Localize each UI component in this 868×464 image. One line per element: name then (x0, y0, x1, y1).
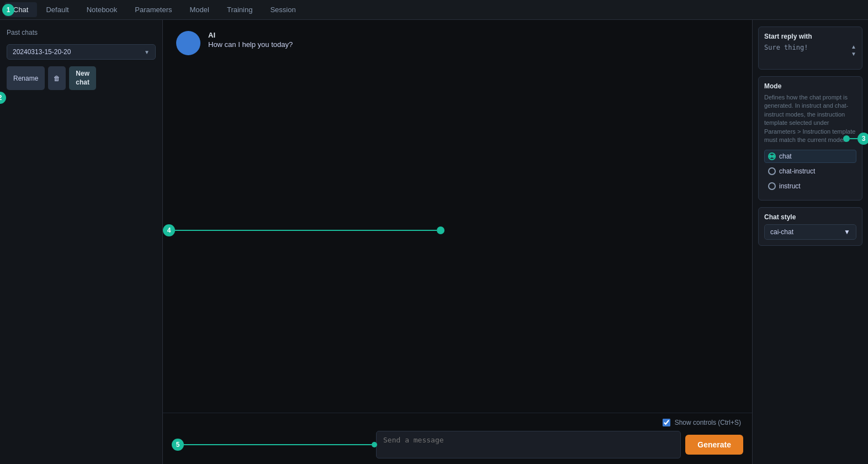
reply-scrollbar: ▲ ▼ (851, 44, 856, 57)
start-reply-input[interactable]: Sure thing! (764, 44, 849, 64)
chat-messages: AI How can I help you today? (163, 20, 752, 413)
reply-input-row: Sure thing! ▲ ▼ (764, 44, 856, 64)
chat-style-selected: cai-chat (770, 228, 793, 236)
step4-dot (437, 226, 444, 234)
tab-notebook[interactable]: Notebook (78, 2, 126, 17)
start-reply-title: Start reply with (764, 33, 856, 40)
chat-area: AI How can I help you today? 4 Show cont… (163, 20, 752, 464)
show-controls-row: Show controls (Ctrl+S) (172, 419, 743, 426)
tab-training[interactable]: Training (218, 2, 261, 17)
radio-chat-dot (768, 152, 776, 160)
past-chats-label: Past chats (7, 29, 156, 36)
bottom-bar: Show controls (Ctrl+S) 5 Generate (163, 413, 752, 464)
radio-chat-instruct-dot (768, 167, 776, 175)
step-badge-5: 5 (172, 439, 184, 451)
past-chats-selected: 20240313-15-20-20 (13, 48, 71, 56)
chat-style-title: Chat style (764, 213, 856, 221)
step4-bar (175, 230, 437, 231)
step5-dot (372, 442, 377, 447)
chevron-down-style-icon: ▼ (844, 228, 850, 236)
chat-style-dropdown[interactable]: cai-chat ▼ (764, 224, 856, 240)
mode-title: Mode (764, 82, 856, 90)
radio-instruct-label: instruct (779, 182, 801, 190)
chevron-down-icon: ▼ (144, 49, 150, 55)
radio-chat-label: chat (779, 152, 792, 160)
tab-session[interactable]: Session (261, 2, 304, 17)
show-controls-label: Show controls (Ctrl+S) (675, 419, 741, 426)
mode-option-chat[interactable]: chat (764, 150, 856, 163)
step-badge-1: 1 (2, 4, 14, 16)
input-row: 5 Generate (172, 431, 743, 458)
past-chats-dropdown[interactable]: 20240313-15-20-20 ▼ (7, 44, 156, 60)
scroll-down-icon[interactable]: ▼ (851, 51, 856, 57)
rename-button[interactable]: Rename (7, 66, 45, 90)
show-controls-checkbox[interactable] (663, 419, 670, 426)
scroll-up-icon[interactable]: ▲ (851, 44, 856, 50)
tab-default[interactable]: Default (37, 2, 77, 17)
step5-indicator: 5 (172, 439, 377, 451)
right-panel: Start reply with Sure thing! ▲ ▼ 3 Mode … (752, 20, 868, 464)
mode-option-chat-instruct[interactable]: chat-instruct (764, 165, 856, 178)
top-nav: 1 Chat Default Notebook Parameters Model… (0, 0, 868, 20)
ai-message: How can I help you today? (208, 40, 293, 49)
chat-style-section: Chat style cai-chat ▼ (758, 207, 862, 246)
step5-bar (184, 444, 372, 445)
mode-option-instruct[interactable]: instruct (764, 180, 856, 193)
radio-chat-instruct-label: chat-instruct (779, 167, 815, 175)
message-content: AI How can I help you today? (208, 31, 293, 49)
step3-dot (843, 135, 850, 142)
ai-avatar (176, 31, 200, 55)
left-panel: 2 Past chats 20240313-15-20-20 ▼ Rename … (0, 20, 163, 464)
radio-instruct-dot (768, 182, 776, 190)
tab-parameters[interactable]: Parameters (126, 2, 181, 17)
mode-description: Defines how the chat prompt is generated… (764, 93, 856, 144)
trash-icon: 🗑 (54, 75, 60, 82)
start-reply-section: Start reply with Sure thing! ▲ ▼ (758, 27, 862, 70)
action-buttons: Rename 🗑 Newchat (7, 66, 156, 90)
step-badge-3: 3 (858, 133, 868, 145)
step4-indicator: 4 (163, 224, 444, 236)
new-chat-button[interactable]: Newchat (69, 66, 96, 90)
delete-button[interactable]: 🗑 (48, 66, 66, 90)
new-chat-label: Newchat (76, 70, 89, 87)
tab-model[interactable]: Model (181, 2, 218, 17)
message-input[interactable] (376, 431, 681, 458)
message-row-ai: AI How can I help you today? (176, 31, 739, 55)
generate-button[interactable]: Generate (685, 435, 743, 455)
step3-indicator: 3 (843, 133, 868, 145)
ai-author: AI (208, 31, 293, 39)
step-badge-2: 2 (0, 92, 6, 104)
step3-bar (850, 138, 858, 139)
main-layout: 2 Past chats 20240313-15-20-20 ▼ Rename … (0, 20, 868, 464)
step-badge-4: 4 (163, 224, 175, 236)
mode-section: 3 Mode Defines how the chat prompt is ge… (758, 76, 862, 201)
